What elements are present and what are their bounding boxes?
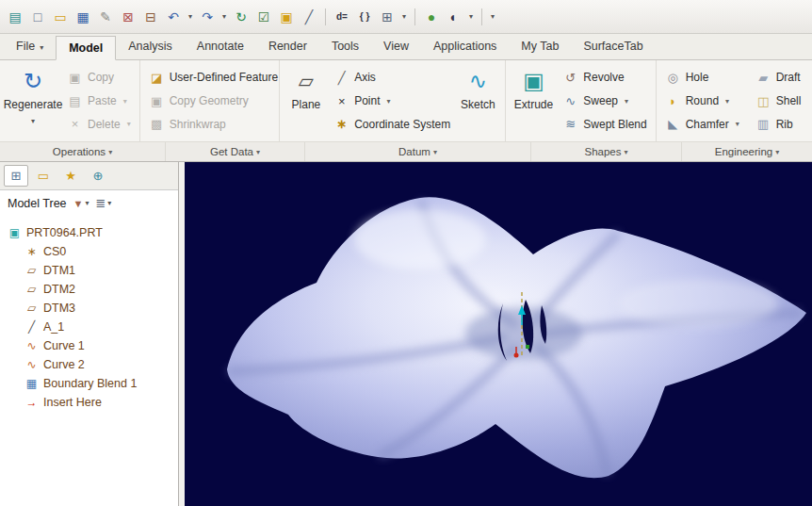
- chamfer-button[interactable]: ◣ Chamfer: [660, 112, 751, 136]
- tree-item[interactable]: ╱ A_1: [0, 318, 178, 336]
- tree-item[interactable]: ▱ DTM1: [0, 261, 178, 280]
- connections-icon[interactable]: ⊕: [86, 165, 110, 187]
- ribbon-button-area: ↻ Regenerate ▣ Copy ▤ Paste × Dele: [0, 60, 812, 141]
- validate-icon[interactable]: ☑: [253, 7, 274, 27]
- extrude-button[interactable]: ▣ Extrude: [510, 62, 559, 139]
- copy-icon: ▣: [67, 71, 83, 85]
- erase-display-icon[interactable]: ⊠: [118, 7, 138, 27]
- tree-item[interactable]: ▱ DTM3: [0, 299, 178, 318]
- tree-item[interactable]: ∿ Curve 2: [0, 355, 178, 374]
- tab-applications[interactable]: Applications: [421, 35, 509, 59]
- tab-file[interactable]: File: [4, 35, 56, 59]
- render-scene-icon[interactable]: ●: [421, 7, 442, 27]
- relations-icon[interactable]: d=: [332, 7, 352, 27]
- tree-item[interactable]: → Insert Here: [0, 393, 178, 412]
- chamfer-icon: ◣: [665, 117, 681, 131]
- hole-button[interactable]: ◎ Hole: [660, 66, 751, 90]
- new-window-icon[interactable]: ▣: [276, 7, 297, 27]
- tree-tab-icon[interactable]: ⊞: [4, 165, 28, 187]
- tab-render[interactable]: Render: [256, 35, 319, 59]
- sweep-button[interactable]: ∿ Sweep: [558, 90, 651, 113]
- tree-item-label: A_1: [43, 320, 64, 334]
- qat-customize-arrow-icon[interactable]: ▾: [488, 7, 497, 27]
- group-label-datum[interactable]: Datum: [305, 142, 531, 161]
- favorites-icon[interactable]: ★: [58, 165, 83, 187]
- new-file-icon[interactable]: □: [27, 7, 48, 27]
- rib-button[interactable]: ▥ Rib: [751, 112, 812, 136]
- redo-menu-arrow-icon[interactable]: ▾: [219, 7, 229, 27]
- appearance-gallery-icon[interactable]: ◐: [444, 7, 464, 27]
- open-file-icon[interactable]: ▭: [50, 7, 71, 27]
- swept-blend-icon: ≋: [562, 117, 578, 131]
- tab-surfacetab[interactable]: SurfaceTab: [571, 35, 655, 59]
- tab-annotate[interactable]: Annotate: [185, 35, 256, 59]
- shell-button[interactable]: ◫ Shell: [751, 90, 812, 113]
- measure-icon[interactable]: ╱: [299, 7, 319, 27]
- sketch-button[interactable]: ∿ Sketch: [455, 62, 500, 139]
- undo-icon[interactable]: ↶: [163, 7, 184, 27]
- group-label-shapes[interactable]: Shapes: [531, 142, 682, 161]
- dropdown-arrow-icon: ▾: [107, 199, 111, 207]
- model-browser-icon[interactable]: ▤: [5, 7, 25, 27]
- group-label-engineering[interactable]: Engineering: [682, 142, 812, 161]
- tree-item-label: PRT0964.PRT: [26, 226, 103, 239]
- tab-model[interactable]: Model: [56, 36, 116, 60]
- regenerate-label: Regenerate: [4, 98, 63, 111]
- group-label-operations[interactable]: Operations: [0, 142, 166, 161]
- group-label-get-data[interactable]: Get Data: [166, 142, 305, 161]
- delete-old-versions-icon[interactable]: ⊟: [140, 7, 161, 27]
- revolve-button[interactable]: ↺ Revolve: [558, 66, 651, 90]
- regenerate-button[interactable]: ↻ Regenerate: [4, 62, 62, 139]
- draft-button[interactable]: ▰ Draft: [751, 66, 812, 90]
- round-button[interactable]: ◗ Round: [660, 90, 751, 113]
- model-tree-title: Model Tree: [8, 197, 67, 210]
- 3d-viewport[interactable]: [185, 162, 812, 506]
- windows-menu-arrow-icon[interactable]: ▾: [399, 7, 409, 27]
- windows-icon[interactable]: ⊞: [377, 7, 398, 27]
- paste-button[interactable]: ▤ Paste: [62, 90, 136, 113]
- tree-item[interactable]: ▦ Boundary Blend 1: [0, 374, 178, 393]
- tab-view[interactable]: View: [371, 35, 421, 59]
- tab-tools[interactable]: Tools: [319, 35, 371, 59]
- user-defined-feature-button[interactable]: ◪ User-Defined Feature: [144, 66, 283, 90]
- engineering-column-1: ◎ Hole ◗ Round ◣ Chamfer: [660, 62, 751, 139]
- rename-icon[interactable]: ✎: [95, 7, 116, 27]
- sketch-label: Sketch: [461, 98, 495, 111]
- copy-geometry-button[interactable]: ▣ Copy Geometry: [144, 90, 283, 113]
- tab-my-tab[interactable]: My Tab: [509, 35, 571, 59]
- qat-separator-1: [325, 8, 326, 25]
- redo-icon[interactable]: ↷: [197, 7, 218, 27]
- parameters-icon[interactable]: { }: [354, 7, 375, 27]
- swept-blend-button[interactable]: ≋ Swept Blend: [558, 112, 651, 136]
- hole-label: Hole: [686, 71, 709, 84]
- tree-settings-button[interactable]: ≣ ▾: [95, 196, 111, 210]
- plane-button[interactable]: ▱ Plane: [284, 62, 329, 139]
- point-icon: ×: [333, 94, 349, 108]
- axis-button[interactable]: ╱ Axis: [329, 66, 455, 90]
- tree-item[interactable]: ∿ Curve 1: [0, 336, 178, 355]
- tree-item[interactable]: ▣ PRT0964.PRT: [0, 223, 178, 242]
- draft-label: Draft: [776, 71, 801, 84]
- delete-button[interactable]: × Delete: [62, 112, 136, 136]
- curve-icon: ∿: [24, 358, 39, 371]
- tree-filter-button[interactable]: ▼ ▾: [73, 198, 89, 209]
- tree-item[interactable]: ▱ DTM2: [0, 280, 178, 299]
- tree-item[interactable]: ∗ CS0: [0, 242, 178, 261]
- shell-icon: ◫: [755, 94, 771, 108]
- axis-icon: ╱: [333, 71, 349, 85]
- folder-browser-icon[interactable]: ▭: [31, 165, 56, 187]
- save-icon[interactable]: ▦: [73, 7, 93, 27]
- appearance-menu-arrow-icon[interactable]: ▾: [466, 7, 476, 27]
- ribbon-tab-bar: File Model Analysis Annotate Render Tool…: [0, 34, 812, 60]
- point-button[interactable]: × Point: [329, 90, 455, 113]
- tab-analysis[interactable]: Analysis: [116, 35, 185, 59]
- 3d-viewport-canvas: [185, 162, 812, 506]
- copy-button[interactable]: ▣ Copy: [62, 66, 136, 90]
- get-data-column: ◪ User-Defined Feature ▣ Copy Geometry ▩…: [144, 62, 283, 139]
- shrinkwrap-button[interactable]: ▩ Shrinkwrap: [144, 112, 283, 136]
- tree-item-label: Boundary Blend 1: [43, 377, 137, 390]
- coordinate-system-button[interactable]: ∗ Coordinate System: [329, 112, 455, 136]
- draft-icon: ▰: [755, 71, 771, 85]
- undo-menu-arrow-icon[interactable]: ▾: [186, 7, 195, 27]
- regenerate-quick-icon[interactable]: ↻: [231, 7, 252, 27]
